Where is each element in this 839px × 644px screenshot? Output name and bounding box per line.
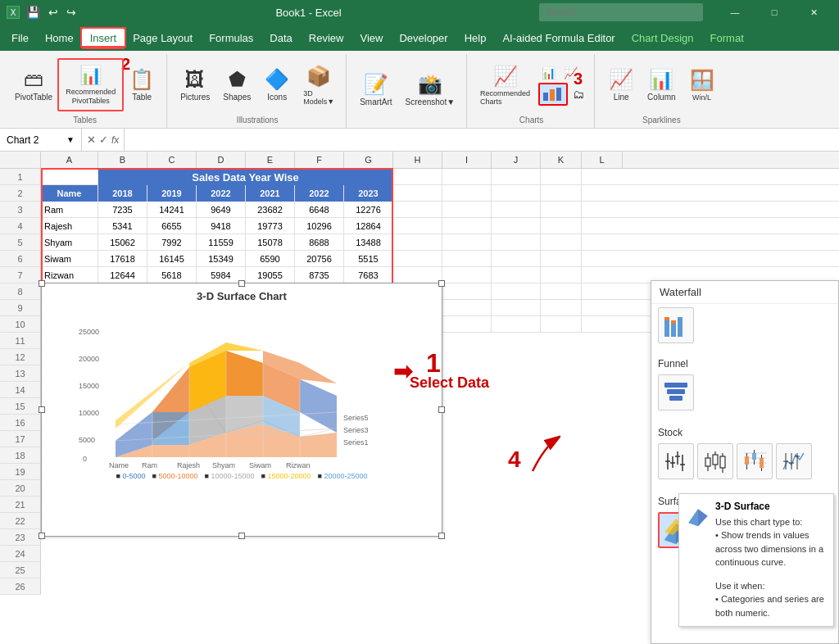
- cell-a5[interactable]: Shyam: [41, 234, 98, 251]
- row-22[interactable]: 22: [0, 513, 41, 529]
- empty-cell[interactable]: [442, 300, 492, 316]
- 3d-models-btn[interactable]: 📦 3DModels▼: [298, 61, 339, 109]
- cell-e3[interactable]: 23682: [246, 202, 295, 218]
- cell-c5[interactable]: 7992: [147, 234, 197, 251]
- bar-chart-btn[interactable]: 📊: [538, 65, 559, 81]
- recommended-pivot-btn[interactable]: 📊 RecommendedPivotTables 2: [61, 61, 120, 109]
- chart-handle-br[interactable]: [438, 533, 445, 539]
- cell-g5[interactable]: 13488: [344, 234, 393, 251]
- save-icon[interactable]: 💾: [26, 6, 40, 19]
- row-25[interactable]: 25: [0, 562, 41, 578]
- cancel-formula-btn[interactable]: ✕: [87, 134, 96, 146]
- cell-j1[interactable]: [492, 169, 541, 185]
- cell-b4[interactable]: 5341: [98, 218, 147, 234]
- row-18[interactable]: 18: [0, 447, 41, 464]
- surface-chart-btn-ribbon[interactable]: 3: [538, 83, 568, 106]
- chart-handle-tl[interactable]: [39, 280, 45, 287]
- col-h[interactable]: H: [393, 152, 442, 168]
- col-e[interactable]: E: [246, 152, 295, 168]
- cell-i2[interactable]: [442, 185, 492, 202]
- menu-view[interactable]: View: [351, 29, 391, 48]
- row-2[interactable]: 2: [0, 185, 41, 202]
- search-input[interactable]: [539, 3, 703, 21]
- col-k[interactable]: K: [541, 152, 582, 168]
- col-i[interactable]: I: [442, 152, 492, 168]
- close-btn[interactable]: ✕: [795, 0, 832, 25]
- cell-g6[interactable]: 5515: [344, 251, 393, 267]
- menu-data[interactable]: Data: [261, 29, 300, 48]
- cell-k4[interactable]: [541, 218, 582, 234]
- cell-d5[interactable]: 11559: [197, 234, 246, 251]
- pivot-table-btn[interactable]: 🗃 PivotTable: [10, 65, 57, 105]
- row-23[interactable]: 23: [0, 529, 41, 546]
- cell-e2[interactable]: 2021: [246, 185, 295, 202]
- cell-k6[interactable]: [541, 251, 582, 267]
- empty-cell[interactable]: [442, 316, 492, 333]
- cell-b3[interactable]: 7235: [98, 202, 147, 218]
- empty-cell[interactable]: [492, 316, 541, 333]
- cell-c6[interactable]: 16145: [147, 251, 197, 267]
- row-14[interactable]: 14: [0, 382, 41, 398]
- redo-icon[interactable]: ↪: [66, 6, 76, 19]
- empty-cell[interactable]: [541, 316, 582, 333]
- cell-f6[interactable]: 20756: [295, 251, 344, 267]
- col-c[interactable]: C: [147, 152, 197, 168]
- menu-review[interactable]: Review: [301, 29, 352, 48]
- row-26[interactable]: 26: [0, 578, 41, 595]
- cell-f3[interactable]: 6648: [295, 202, 344, 218]
- cell-k2[interactable]: [541, 185, 582, 202]
- stock-btn-4[interactable]: [776, 443, 812, 479]
- cell-h7[interactable]: [393, 267, 442, 283]
- cell-k5[interactable]: [541, 234, 582, 251]
- cell-d2[interactable]: 2022: [197, 185, 246, 202]
- cell-j3[interactable]: [492, 202, 541, 218]
- menu-page-layout[interactable]: Page Layout: [125, 29, 201, 48]
- cell-a2[interactable]: Name: [41, 185, 98, 202]
- cell-b1-title[interactable]: Sales Data Year Wise: [98, 169, 393, 185]
- cell-b5[interactable]: 15062: [98, 234, 147, 251]
- cell-b7[interactable]: 12644: [98, 267, 147, 283]
- col-b[interactable]: B: [98, 152, 147, 168]
- cell-e5[interactable]: 15078: [246, 234, 295, 251]
- cell-i4[interactable]: [442, 218, 492, 234]
- cell-d4[interactable]: 9418: [197, 218, 246, 234]
- menu-home[interactable]: Home: [37, 29, 82, 48]
- pictures-btn[interactable]: 🖼 Pictures: [175, 65, 215, 105]
- row-8[interactable]: 8: [0, 283, 41, 300]
- cell-f7[interactable]: 8735: [295, 267, 344, 283]
- cell-h3[interactable]: [393, 202, 442, 218]
- row-6[interactable]: 6: [0, 251, 41, 267]
- name-box-dropdown-icon[interactable]: ▼: [66, 135, 75, 144]
- menu-file[interactable]: File: [3, 29, 37, 48]
- cell-h1[interactable]: [393, 169, 442, 185]
- row-1[interactable]: 1: [0, 169, 41, 185]
- row-11[interactable]: 11: [0, 333, 41, 349]
- screenshot-btn[interactable]: 📸 Screenshot▼: [401, 70, 460, 110]
- name-box[interactable]: Chart 2 ▼: [0, 129, 82, 151]
- col-l[interactable]: L: [582, 152, 623, 168]
- shapes-btn[interactable]: ⬟ Shapes: [218, 65, 256, 105]
- cell-a7[interactable]: Rizwan: [41, 267, 98, 283]
- cell-j4[interactable]: [492, 218, 541, 234]
- cell-i8[interactable]: [442, 283, 492, 300]
- chart-handle-ml[interactable]: [39, 406, 45, 413]
- chart-handle-bl[interactable]: [39, 533, 45, 539]
- row-12[interactable]: 12: [0, 349, 41, 365]
- maximize-btn[interactable]: □: [755, 0, 793, 25]
- cell-i3[interactable]: [442, 202, 492, 218]
- smartart-btn[interactable]: 📝 SmartArt: [355, 70, 397, 110]
- row-21[interactable]: 21: [0, 497, 41, 513]
- formula-input[interactable]: [125, 129, 839, 151]
- cell-k8[interactable]: [541, 283, 582, 300]
- row-9[interactable]: 9: [0, 300, 41, 316]
- chart-container[interactable]: 3-D Surface Chart 25000 20000 15000 1000…: [41, 283, 442, 537]
- menu-help[interactable]: Help: [456, 29, 495, 48]
- cell-j2[interactable]: [492, 185, 541, 202]
- funnel-btn[interactable]: [658, 374, 694, 410]
- line-sparkline-btn[interactable]: 📈 Line: [603, 65, 639, 105]
- row-13[interactable]: 13: [0, 365, 41, 382]
- row-16[interactable]: 16: [0, 415, 41, 431]
- cell-i1[interactable]: [442, 169, 492, 185]
- cell-i6[interactable]: [442, 251, 492, 267]
- table-btn[interactable]: 📋 Table: [124, 65, 160, 105]
